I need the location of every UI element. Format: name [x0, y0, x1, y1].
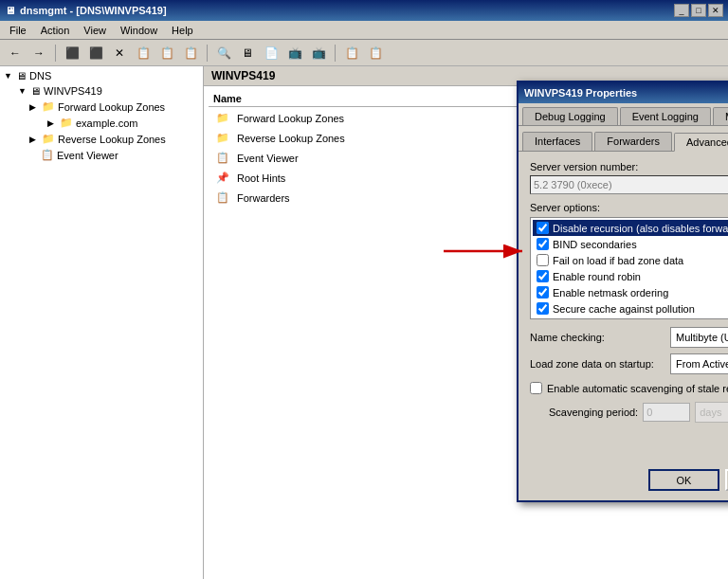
toolbar-btn12[interactable]: 📋 [365, 43, 386, 63]
minimize-btn[interactable]: _ [674, 4, 689, 17]
dialog-footer: OK Cancel Apply [519, 463, 728, 500]
root-hints-label: Root Hints [237, 172, 285, 184]
window-controls: _ □ ✕ [674, 4, 723, 17]
toolbar-btn4[interactable]: 📋 [156, 43, 177, 63]
toolbar-btn6[interactable]: 🔍 [213, 43, 234, 63]
winvps-icon: 🖥 [30, 85, 41, 97]
back-btn[interactable]: ← [5, 43, 26, 63]
sidebar-item-forward[interactable]: ▶ 📁 Forward Lookup Zones [2, 99, 201, 115]
toolbar-btn10[interactable]: 📺 [308, 43, 329, 63]
tab-monitoring[interactable]: Monitoring [713, 107, 728, 125]
root-hints-icon: 📌 [216, 172, 229, 184]
server-options-box: Disable recursion (also disables forward… [530, 217, 728, 319]
scavenging-period-label: Scavenging period: [549, 407, 638, 418]
dns-icon: 🖥 [16, 70, 27, 81]
name-checking-select[interactable]: Multibyte (UTF8) Strict RFC (ANSI) Non R… [670, 327, 728, 348]
forward-btn[interactable]: → [28, 43, 49, 63]
tab-row-2: Interfaces Forwarders Advanced Root Hint… [519, 128, 728, 152]
scavenging-period-unit-select: days [695, 402, 728, 423]
dialog-title-text: WINVPS419 Properties [524, 87, 637, 99]
menu-action[interactable]: Action [36, 24, 75, 37]
window-title: dnsmgmt - [DNS\WINVPS419] [20, 5, 167, 16]
main-layout: ▼ 🖥 DNS ▼ 🖥 WINVPS419 ▶ 📁 Forward Lookup… [0, 66, 728, 579]
properties-dialog: WINVPS419 Properties ? ✕ Debug Logging E… [517, 81, 728, 502]
tab-debug-logging[interactable]: Debug Logging [522, 107, 618, 125]
checkbox-bind-secondaries[interactable] [537, 238, 549, 250]
option-bind-secondaries-label: BIND secondaries [553, 239, 637, 250]
load-zone-select[interactable]: From Active Directory and registry From … [670, 353, 728, 374]
checkbox-fail-on-load[interactable] [537, 254, 549, 266]
toolbar-btn1[interactable]: ⬛ [62, 43, 82, 63]
app-icon: 🖥 [5, 5, 15, 16]
forward-zones-label: Forward Lookup Zones [237, 113, 344, 124]
sidebar-item-reverse[interactable]: ▶ 📁 Reverse Lookup Zones [2, 131, 201, 147]
toolbar-btn9[interactable]: 📺 [284, 43, 305, 63]
option-disable-recursion[interactable]: Disable recursion (also disables forward… [533, 220, 728, 236]
option-disable-recursion-label: Disable recursion (also disables forward… [553, 223, 728, 234]
sidebar-item-example[interactable]: ▶ 📁 example.com [2, 115, 201, 131]
sidebar-item-dns[interactable]: ▼ 🖥 DNS [2, 68, 201, 83]
expand-dns[interactable]: ▼ [4, 71, 13, 81]
toolbar-btn5[interactable]: 📋 [180, 43, 201, 63]
option-fail-on-load[interactable]: Fail on load if bad zone data [533, 252, 728, 268]
menu-help[interactable]: Help [167, 24, 198, 37]
sidebar-item-eventviewer[interactable]: 📋 Event Viewer [2, 147, 201, 163]
option-fail-on-load-label: Fail on load if bad zone data [553, 255, 683, 266]
tab-row-1: Debug Logging Event Logging Monitoring [519, 103, 728, 126]
option-netmask-label: Enable netmask ordering [553, 287, 668, 299]
menu-bar: File Action View Window Help [0, 21, 728, 40]
forward-label: Forward Lookup Zones [58, 101, 165, 113]
option-round-robin[interactable]: Enable round robin [533, 268, 728, 284]
eventviewer-label: Event Viewer [57, 150, 118, 161]
tab-interfaces[interactable]: Interfaces [522, 132, 592, 151]
toolbar-sep2 [207, 45, 208, 62]
expand-forward[interactable]: ▶ [29, 102, 39, 112]
forwarders-icon: 📋 [216, 191, 229, 204]
event-viewer-label: Event Viewer [237, 153, 299, 164]
event-viewer-icon: 📋 [216, 152, 229, 164]
option-secure-cache-label: Secure cache against pollution [553, 303, 695, 315]
tab-forwarders[interactable]: Forwarders [594, 132, 672, 151]
checkbox-round-robin[interactable] [537, 270, 549, 282]
menu-window[interactable]: Window [116, 24, 162, 37]
option-netmask[interactable]: Enable netmask ordering [533, 284, 728, 300]
toolbar-btn7[interactable]: 🖥 [237, 43, 258, 63]
sidebar-item-winvps[interactable]: ▼ 🖥 WINVPS419 [2, 83, 201, 99]
scavenging-period-row: Scavenging period: days [549, 402, 728, 423]
expand-example[interactable]: ▶ [47, 118, 57, 128]
example-label: example.com [76, 118, 137, 129]
delete-btn[interactable]: ✕ [109, 43, 130, 63]
forward-zones-icon: 📁 [216, 112, 229, 124]
dialog-body: Server version number: Server options: D… [519, 152, 728, 463]
tab-event-logging[interactable]: Event Logging [620, 107, 711, 125]
reverse-zones-label: Reverse Lookup Zones [237, 133, 345, 144]
toolbar-btn2[interactable]: ⬛ [85, 43, 106, 63]
expand-reverse[interactable]: ▶ [29, 135, 39, 144]
ok-btn[interactable]: OK [648, 469, 719, 491]
checkbox-netmask[interactable] [537, 286, 549, 299]
checkbox-disable-recursion[interactable] [537, 222, 549, 234]
toolbar-btn11[interactable]: 📋 [341, 43, 362, 63]
menu-file[interactable]: File [5, 24, 31, 37]
option-round-robin-label: Enable round robin [553, 271, 641, 282]
toolbar-sep3 [335, 45, 336, 62]
close-btn[interactable]: ✕ [708, 4, 723, 17]
expand-winvps[interactable]: ▼ [18, 86, 27, 96]
restore-btn[interactable]: □ [691, 4, 706, 17]
title-bar: 🖥 dnsmgmt - [DNS\WINVPS419] _ □ ✕ [0, 0, 728, 21]
server-version-input [530, 175, 728, 194]
server-version-label: Server version number: [530, 161, 728, 172]
toolbar-btn3[interactable]: 📋 [133, 43, 154, 63]
checkbox-secure-cache[interactable] [537, 302, 549, 315]
eventviewer-icon: 📋 [41, 149, 54, 161]
menu-view[interactable]: View [79, 24, 111, 37]
auto-scavenge-checkbox[interactable] [530, 382, 542, 394]
reverse-icon: 📁 [42, 133, 55, 145]
winvps-label: WINVPS419 [44, 85, 102, 97]
option-bind-secondaries[interactable]: BIND secondaries [533, 236, 728, 252]
name-checking-row: Name checking: Multibyte (UTF8) Strict R… [530, 327, 728, 348]
option-secure-cache[interactable]: Secure cache against pollution [533, 300, 728, 317]
tab-advanced[interactable]: Advanced [674, 133, 728, 152]
dialog-title-bar: WINVPS419 Properties ? ✕ [519, 82, 728, 103]
toolbar-btn8[interactable]: 📄 [261, 43, 282, 63]
